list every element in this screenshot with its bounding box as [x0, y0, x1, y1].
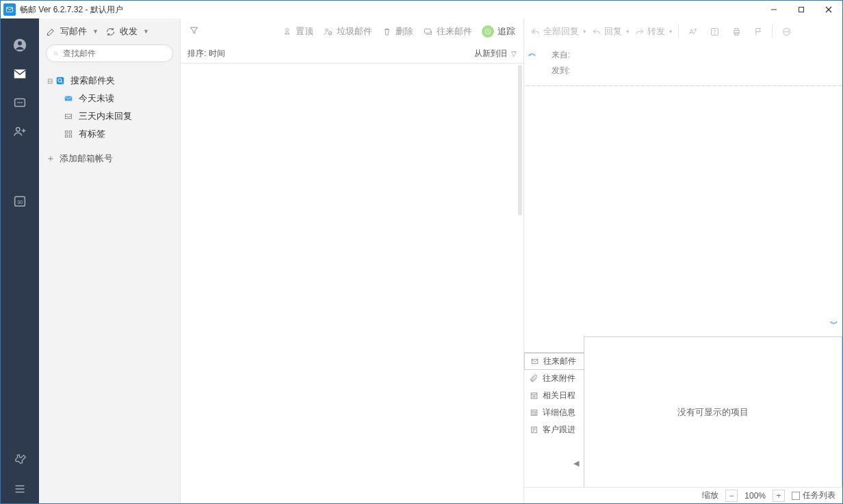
chevron-down-icon: ▼ — [143, 28, 149, 35]
reply-all-button[interactable]: 全部回复 ▾ — [531, 25, 586, 38]
reply-all-label: 全部回复 — [543, 25, 579, 38]
tab-schedule[interactable]: 相关日程 — [524, 387, 584, 404]
svg-point-9 — [17, 102, 18, 103]
more-button[interactable] — [778, 23, 794, 40]
scrollbar-thumb[interactable] — [518, 65, 522, 215]
to-label: 发到: — [552, 65, 570, 77]
sort-order: 从新到旧 — [474, 48, 507, 59]
chevron-down-icon: ▾ — [583, 28, 586, 35]
reply-button[interactable]: 回复 ▾ — [592, 25, 630, 38]
svg-point-10 — [19, 102, 21, 103]
mail-list-panel: 置顶 垃圾邮件 删除 往来邮件 追踪 — [181, 18, 524, 503]
app-icon — [3, 3, 16, 16]
delete-button[interactable]: 删除 — [382, 25, 413, 38]
svg-point-31 — [326, 29, 328, 31]
folder-panel: 写邮件 ▼ 收发 ▼ ⊟ 搜索邮件夹 — [39, 18, 181, 503]
svg-rect-34 — [425, 29, 431, 33]
compose-label: 写邮件 — [60, 25, 87, 38]
checkbox-icon — [792, 492, 800, 500]
svg-rect-40 — [735, 32, 738, 35]
reading-toolbar: 全部回复 ▾ 回复 ▾ 转发 ▾ — [524, 18, 842, 44]
nav-calendar[interactable]: 30 — [1, 187, 39, 215]
zoom-in-button[interactable]: + — [773, 490, 785, 502]
svg-point-43 — [786, 31, 786, 31]
search-folder-icon — [54, 76, 66, 85]
add-account[interactable]: ＋ 添加邮箱帐号 — [39, 150, 180, 168]
tab-details[interactable]: 详细信息 — [524, 404, 584, 421]
chevron-down-icon: ▼ — [92, 28, 99, 35]
tab-label: 往来邮件 — [543, 356, 576, 367]
svg-point-44 — [788, 31, 788, 31]
svg-point-42 — [784, 31, 785, 31]
status-bar: 缩放 − 100% + 任务列表 — [524, 487, 842, 503]
nav-profile[interactable] — [1, 31, 39, 59]
nav-mail[interactable] — [1, 59, 39, 88]
track-button[interactable]: 追踪 — [482, 25, 515, 38]
svg-rect-28 — [69, 131, 72, 133]
folder-label: 三天内未回复 — [79, 110, 132, 122]
print-button[interactable] — [728, 23, 744, 40]
tab-label: 客户跟进 — [543, 424, 575, 436]
tab-followup[interactable]: 客户跟进 — [524, 421, 584, 438]
collapse-side-tabs[interactable]: ◀ — [524, 455, 584, 471]
mail-icon — [62, 94, 75, 103]
task-list-toggle[interactable]: 任务列表 — [792, 490, 835, 501]
svg-point-20 — [54, 51, 57, 54]
filter-button[interactable] — [189, 25, 199, 38]
tab-mails[interactable]: 往来邮件 — [524, 353, 584, 370]
junk-button[interactable]: 垃圾邮件 — [323, 25, 372, 38]
help-button[interactable] — [706, 23, 723, 40]
search-box[interactable] — [46, 44, 173, 62]
chevron-down-icon: ▾ — [669, 28, 673, 35]
folder-label: 今天未读 — [79, 92, 114, 105]
junk-label: 垃圾邮件 — [337, 25, 372, 38]
translate-button[interactable] — [684, 23, 701, 40]
close-button[interactable] — [815, 1, 842, 18]
nav-settings[interactable] — [1, 446, 39, 475]
forward-label: 转发 — [647, 25, 665, 38]
nav-menu[interactable] — [1, 475, 39, 503]
svg-line-33 — [329, 31, 332, 34]
svg-rect-25 — [65, 96, 73, 101]
plus-icon: ＋ — [46, 152, 55, 165]
svg-rect-29 — [65, 135, 68, 137]
collapse-icon[interactable]: ⊟ — [46, 77, 54, 85]
task-list-label: 任务列表 — [803, 490, 835, 501]
send-receive-button[interactable]: 收发 ▼ — [105, 25, 149, 38]
correspond-button[interactable]: 往来邮件 — [423, 25, 472, 38]
send-receive-label: 收发 — [120, 25, 138, 38]
nav-contacts[interactable] — [1, 117, 39, 146]
pin-button[interactable]: 置顶 — [282, 25, 313, 38]
folder-three-day-noreply[interactable]: 三天内未回复 — [39, 107, 180, 125]
svg-rect-7 — [14, 70, 26, 79]
sort-header[interactable]: 排序: 时间 从新到旧 ▽ — [181, 44, 523, 64]
nav-chat[interactable] — [1, 88, 39, 117]
folder-today-unread[interactable]: 今天未读 — [39, 90, 180, 107]
zoom-out-button[interactable]: − — [725, 490, 738, 502]
svg-text:30: 30 — [17, 199, 23, 205]
maximize-button[interactable] — [788, 1, 815, 18]
read-body — [524, 86, 842, 336]
inbox-icon — [62, 111, 75, 121]
flag-button[interactable] — [750, 23, 766, 40]
collapse-up-icon[interactable]: ︽ — [528, 47, 536, 59]
svg-point-6 — [18, 41, 22, 45]
tag-grid-icon — [62, 129, 75, 139]
collapse-down-icon[interactable]: ︾ — [830, 319, 838, 330]
compose-button[interactable]: 写邮件 ▼ — [46, 25, 99, 38]
forward-button[interactable]: 转发 ▾ — [635, 25, 673, 38]
minimize-button[interactable] — [760, 1, 788, 18]
track-icon — [482, 25, 494, 38]
empty-label: 没有可显示的项目 — [677, 406, 749, 419]
tab-attachments[interactable]: 往来附件 — [524, 370, 584, 387]
svg-rect-30 — [69, 135, 72, 137]
search-input[interactable] — [63, 49, 166, 58]
window-title: 畅邮 Ver 6.2.7.32 - 默认用户 — [20, 4, 123, 16]
folder-tagged[interactable]: 有标签 — [39, 125, 180, 143]
related-content: 没有可显示的项目 — [584, 336, 842, 487]
chevron-down-icon: ▾ — [626, 28, 630, 35]
reply-label: 回复 — [604, 25, 622, 38]
svg-rect-22 — [57, 77, 64, 85]
folder-search-root[interactable]: ⊟ 搜索邮件夹 — [39, 72, 180, 90]
zoom-value: 100% — [744, 491, 766, 501]
